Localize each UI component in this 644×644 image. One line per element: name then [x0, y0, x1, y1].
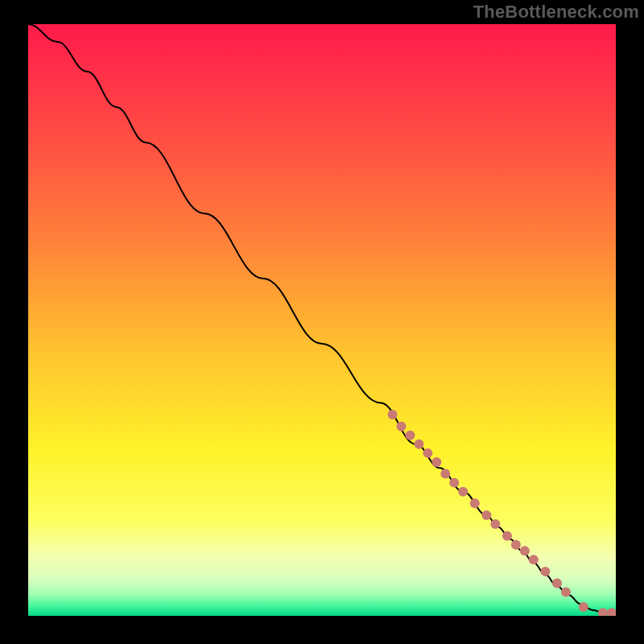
data-marker [431, 457, 441, 467]
chart-svg [28, 24, 616, 616]
data-marker [511, 540, 521, 550]
data-marker [388, 410, 398, 419]
data-marker [440, 469, 450, 479]
data-marker [540, 567, 550, 576]
watermark-text: TheBottleneck.com [473, 2, 639, 23]
data-marker [579, 602, 588, 612]
data-marker [406, 431, 415, 440]
data-marker [458, 487, 468, 497]
data-marker [449, 478, 459, 488]
data-marker [414, 440, 423, 449]
chart-background [28, 24, 616, 616]
data-marker [470, 498, 480, 508]
data-marker [529, 555, 539, 564]
data-marker [520, 546, 530, 555]
data-marker [397, 422, 407, 431]
chart-plot-area [28, 24, 616, 616]
data-marker [423, 448, 432, 458]
data-marker [502, 531, 512, 541]
data-marker [490, 519, 500, 529]
data-marker [481, 510, 491, 520]
data-marker [552, 579, 562, 588]
data-marker [561, 588, 571, 597]
chart-stage: TheBottleneck.com [0, 0, 644, 644]
